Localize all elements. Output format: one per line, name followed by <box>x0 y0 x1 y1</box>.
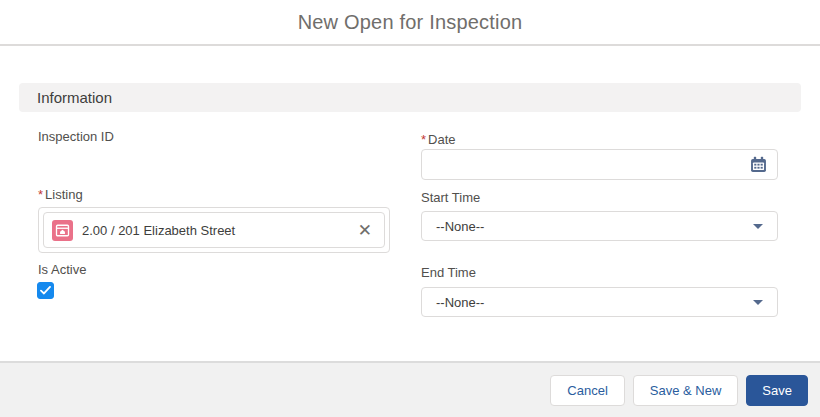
end-time-label: End Time <box>421 265 476 280</box>
listing-label-text: Listing <box>45 187 83 202</box>
section-header-information: Information <box>19 83 801 112</box>
chevron-down-icon <box>753 224 763 229</box>
end-time-label-text: End Time <box>421 265 476 280</box>
end-time-value: --None-- <box>436 295 484 310</box>
date-label-text: Date <box>428 132 455 147</box>
listing-lookup-field[interactable]: 2.00 / 201 Elizabeth Street ✕ <box>38 207 390 253</box>
calendar-icon[interactable] <box>750 156 767 173</box>
save-and-new-button[interactable]: Save & New <box>633 375 739 406</box>
listing-value: 2.00 / 201 Elizabeth Street <box>82 223 235 238</box>
listing-icon <box>52 220 73 241</box>
listing-label: *Listing <box>38 187 83 202</box>
checkmark-icon <box>40 286 51 295</box>
start-time-label-text: Start Time <box>421 190 480 205</box>
required-asterisk: * <box>38 187 43 202</box>
start-time-label: Start Time <box>421 190 480 205</box>
inspection-id-label-text: Inspection ID <box>38 129 114 144</box>
start-time-select[interactable]: --None-- <box>421 211 778 241</box>
is-active-label: Is Active <box>38 262 86 277</box>
clear-selection-icon[interactable]: ✕ <box>356 222 374 239</box>
save-button[interactable]: Save <box>746 375 808 406</box>
cancel-button[interactable]: Cancel <box>550 375 624 406</box>
new-open-for-inspection-modal: New Open for Inspection Information Insp… <box>0 0 820 417</box>
start-time-value: --None-- <box>436 219 484 234</box>
is-active-label-text: Is Active <box>38 262 86 277</box>
end-time-select[interactable]: --None-- <box>421 287 778 317</box>
required-asterisk: * <box>421 132 426 147</box>
modal-header: New Open for Inspection <box>0 0 820 46</box>
date-label: *Date <box>421 132 456 147</box>
chevron-down-icon <box>753 300 763 305</box>
modal-footer: Cancel Save & New Save <box>0 361 820 417</box>
inspection-id-label: Inspection ID <box>38 129 114 144</box>
section-title: Information <box>37 89 112 106</box>
date-input[interactable] <box>421 149 778 180</box>
listing-selected-pill[interactable]: 2.00 / 201 Elizabeth Street ✕ <box>43 212 385 248</box>
page-title: New Open for Inspection <box>298 11 523 34</box>
is-active-checkbox[interactable] <box>37 282 54 299</box>
